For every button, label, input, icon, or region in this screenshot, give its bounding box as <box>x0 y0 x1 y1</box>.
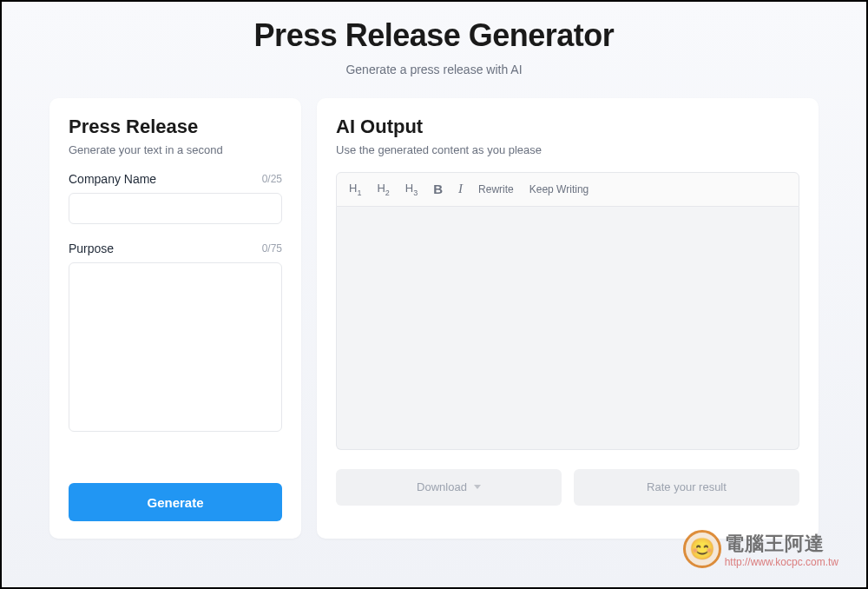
page-subtitle: Generate a press release with AI <box>2 63 866 76</box>
rewrite-button[interactable]: Rewrite <box>478 183 514 195</box>
input-panel: Press Release Generate your text in a se… <box>49 98 301 539</box>
download-button[interactable]: Download <box>336 469 562 506</box>
h2-button[interactable]: H2 <box>377 182 389 197</box>
italic-button[interactable]: I <box>458 182 463 196</box>
h3-button[interactable]: H3 <box>405 182 418 197</box>
company-name-count: 0/25 <box>262 173 282 185</box>
output-editor[interactable] <box>336 207 799 450</box>
purpose-input[interactable] <box>69 262 282 432</box>
bold-button[interactable]: B <box>433 182 443 196</box>
generate-button[interactable]: Generate <box>69 483 282 521</box>
download-button-label: Download <box>417 480 467 493</box>
rate-result-button[interactable]: Rate your result <box>574 469 799 506</box>
purpose-label: Purpose <box>69 242 114 255</box>
company-name-label: Company Name <box>69 172 156 186</box>
company-name-input[interactable] <box>69 193 282 224</box>
output-panel-title: AI Output <box>336 116 799 138</box>
chevron-down-icon <box>474 485 481 489</box>
keep-writing-button[interactable]: Keep Writing <box>529 183 589 195</box>
input-panel-title: Press Release <box>69 116 282 138</box>
rate-result-label: Rate your result <box>647 480 727 493</box>
page-title: Press Release Generator <box>2 17 866 54</box>
watermark-url: http://www.kocpc.com.tw <box>725 556 838 568</box>
h1-button[interactable]: H1 <box>349 182 361 197</box>
output-panel-subtitle: Use the generated content as you please <box>336 143 799 156</box>
output-panel: AI Output Use the generated content as y… <box>317 98 819 539</box>
purpose-count: 0/75 <box>262 242 282 255</box>
input-panel-subtitle: Generate your text in a second <box>69 143 282 156</box>
editor-toolbar: H1 H2 H3 B I Rewrite Keep Writing <box>336 172 799 207</box>
